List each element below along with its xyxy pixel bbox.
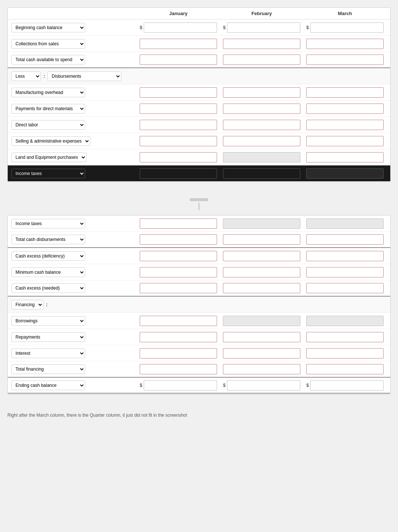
direct-labor-row: Direct labor <box>8 117 390 133</box>
cash-excess-deficiency-select[interactable]: Cash excess (deficiency) <box>11 251 85 261</box>
total-financing-select[interactable]: Total financing <box>11 364 85 374</box>
cash-excess-needed-select[interactable]: Cash excess (needed) <box>11 283 85 293</box>
cash-excess-needed-feb-input[interactable] <box>223 283 300 293</box>
label-column-header <box>11 11 137 16</box>
manufacturing-overhead-jan-input[interactable] <box>140 87 217 98</box>
ending-cash-balance-jan-input[interactable] <box>144 380 217 391</box>
income-taxes-top-feb-input[interactable] <box>223 168 300 179</box>
interest-feb-input[interactable] <box>223 348 300 358</box>
collections-mar-input[interactable] <box>306 39 384 49</box>
manufacturing-overhead-select[interactable]: Manufacturing overhead <box>11 88 85 97</box>
income-taxes-select[interactable]: Income taxes <box>11 219 85 228</box>
selling-admin-mar-input[interactable] <box>306 136 384 146</box>
minimum-cash-balance-mar-input[interactable] <box>306 267 384 277</box>
beginning-cash-mar-input[interactable] <box>310 22 384 33</box>
repayments-jan-input[interactable] <box>140 332 217 342</box>
interest-label-cell: Interest <box>11 349 137 358</box>
disbursements-select[interactable]: Disbursements <box>48 71 121 81</box>
income-taxes-jan-input[interactable] <box>140 218 217 229</box>
income-taxes-top-mar-input[interactable] <box>306 168 384 179</box>
land-equipment-mar-input[interactable] <box>306 152 384 162</box>
selling-admin-row: Selling & administrative expenses <box>8 133 390 149</box>
ending-cash-balance-jan-cell: $ <box>137 380 220 391</box>
payments-direct-materials-feb-input[interactable] <box>223 104 300 114</box>
financing-section-label-cell: Financing : <box>11 300 137 309</box>
manufacturing-overhead-feb-input[interactable] <box>223 87 300 98</box>
minimum-cash-balance-jan-input[interactable] <box>140 267 217 277</box>
scroll-separator <box>7 193 391 215</box>
direct-labor-feb-input[interactable] <box>223 120 300 130</box>
ending-cash-balance-feb-input[interactable] <box>227 380 300 391</box>
repayments-mar-input[interactable] <box>306 332 384 342</box>
total-cash-available-feb-input[interactable] <box>223 55 300 65</box>
total-cash-available-mar-input[interactable] <box>306 55 384 65</box>
cash-excess-needed-mar-input[interactable] <box>306 283 384 293</box>
collections-jan-input[interactable] <box>140 39 217 49</box>
financing-select[interactable]: Financing <box>11 300 43 309</box>
total-cash-available-select[interactable]: Total cash available to spend <box>11 55 85 64</box>
cash-excess-needed-jan-input[interactable] <box>140 283 217 293</box>
selling-admin-feb-input[interactable] <box>223 136 300 146</box>
repayments-feb-cell <box>220 332 303 342</box>
total-financing-jan-input[interactable] <box>140 364 217 374</box>
payments-direct-materials-mar-input[interactable] <box>306 104 384 114</box>
payments-direct-materials-select[interactable]: Payments for direct materials <box>11 104 85 113</box>
collections-select[interactable]: Collections from sales <box>11 39 85 49</box>
repayments-feb-input[interactable] <box>223 332 300 342</box>
minimum-cash-balance-select[interactable]: Minimum cash balance <box>11 267 85 277</box>
cash-excess-deficiency-feb-input[interactable] <box>223 251 300 261</box>
selling-admin-select[interactable]: Selling & administrative expenses <box>11 136 90 146</box>
land-equipment-jan-input[interactable] <box>140 152 217 162</box>
total-cash-disbursements-jan-input[interactable] <box>140 234 217 245</box>
direct-labor-jan-input[interactable] <box>140 120 217 130</box>
direct-labor-jan-cell <box>137 120 220 130</box>
collections-feb-input[interactable] <box>223 39 300 49</box>
income-taxes-top-jan-input[interactable] <box>140 168 217 179</box>
income-taxes-top-select[interactable]: Income taxes <box>11 169 85 178</box>
direct-labor-mar-input[interactable] <box>306 120 384 130</box>
direct-labor-mar-cell <box>303 120 387 130</box>
total-financing-feb-input[interactable] <box>223 364 300 374</box>
income-taxes-feb-input[interactable] <box>223 218 300 229</box>
total-financing-mar-input[interactable] <box>306 364 384 374</box>
interest-feb-cell <box>220 348 303 358</box>
borrowings-feb-input[interactable] <box>223 316 300 326</box>
total-financing-feb-cell <box>220 364 303 374</box>
borrowings-select[interactable]: Borrowings <box>11 316 85 326</box>
table-header: January February March <box>8 8 390 20</box>
interest-select[interactable]: Interest <box>11 349 85 358</box>
selling-admin-jan-input[interactable] <box>140 136 217 146</box>
minimum-cash-balance-feb-input[interactable] <box>223 267 300 277</box>
total-cash-disbursements-mar-input[interactable] <box>306 234 384 245</box>
beginning-cash-jan-input[interactable] <box>144 22 217 33</box>
minimum-cash-balance-feb-cell <box>220 267 303 277</box>
cash-excess-deficiency-jan-input[interactable] <box>140 251 217 261</box>
manufacturing-overhead-mar-input[interactable] <box>306 87 384 98</box>
land-equipment-select[interactable]: Land and Equipment purchases <box>11 153 87 162</box>
direct-labor-select[interactable]: Direct labor <box>11 120 85 130</box>
repayments-select[interactable]: Repayments <box>11 332 85 342</box>
beginning-cash-select[interactable]: Beginning cash balance <box>11 23 85 32</box>
ending-cash-balance-select[interactable]: Ending cash balance <box>11 381 85 390</box>
total-cash-disbursements-select[interactable]: Total cash disbursements <box>11 235 85 244</box>
beginning-cash-feb-input[interactable] <box>227 22 300 33</box>
borrowings-row: Borrowings <box>8 313 390 329</box>
payments-direct-materials-jan-input[interactable] <box>140 104 217 114</box>
total-cash-disbursements-feb-input[interactable] <box>223 234 300 245</box>
beginning-cash-mar-cell: $ <box>303 22 387 33</box>
ending-cash-balance-mar-input[interactable] <box>310 380 384 391</box>
total-cash-disbursements-feb-cell <box>220 234 303 245</box>
land-equipment-feb-input[interactable] <box>223 152 300 162</box>
collections-label-cell: Collections from sales <box>11 39 137 49</box>
repayments-row: Repayments <box>8 329 390 345</box>
total-cash-available-jan-input[interactable] <box>140 55 217 65</box>
interest-jan-input[interactable] <box>140 348 217 358</box>
borrowings-jan-input[interactable] <box>140 316 217 326</box>
cash-excess-deficiency-mar-input[interactable] <box>306 251 384 261</box>
minimum-cash-balance-row: Minimum cash balance <box>8 264 390 280</box>
interest-mar-input[interactable] <box>306 348 384 358</box>
income-taxes-mar-input[interactable] <box>306 218 384 229</box>
less-select[interactable]: Less <box>11 71 41 81</box>
borrowings-mar-input[interactable] <box>306 316 384 326</box>
manufacturing-overhead-mar-cell <box>303 87 387 98</box>
